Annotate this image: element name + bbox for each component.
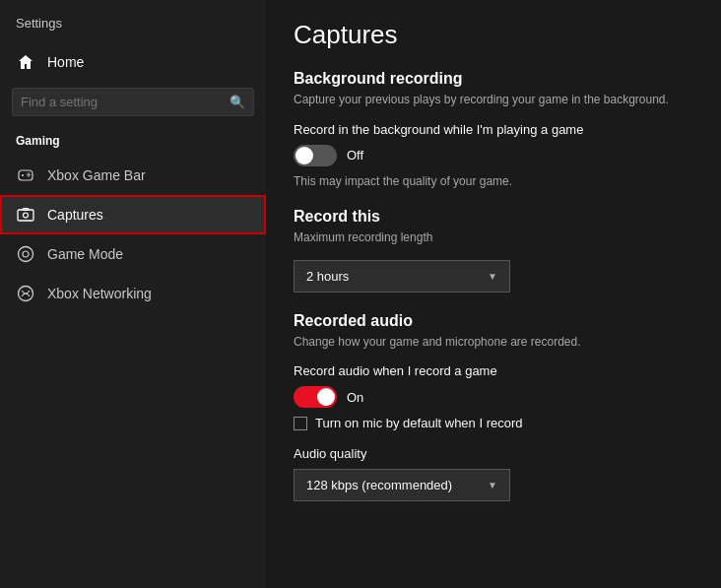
gamepad-icon	[16, 165, 35, 185]
svg-point-9	[24, 213, 29, 218]
xbox-networking-label: Xbox Networking	[47, 286, 152, 301]
home-label: Home	[47, 54, 84, 70]
recorded-audio-desc: Change how your game and microphone are …	[294, 334, 693, 351]
sidebar-item-captures[interactable]: Captures	[0, 195, 266, 234]
main-content: Captures Background recording Capture yo…	[266, 0, 721, 588]
background-recording-desc: Capture your previous plays by recording…	[294, 92, 693, 108]
recording-length-value: 2 hours	[306, 269, 349, 284]
search-box[interactable]: 🔍	[12, 88, 254, 116]
record-audio-toggle-thumb	[317, 388, 335, 406]
svg-point-3	[27, 174, 29, 176]
xbox-game-bar-label: Xbox Game Bar	[47, 167, 146, 183]
gaming-section-label: Gaming	[0, 130, 266, 156]
search-icon: 🔍	[229, 95, 245, 109]
background-recording-title: Background recording	[294, 70, 693, 88]
audio-quality-dropdown[interactable]: 128 kbps (recommended) ▼	[294, 469, 510, 501]
search-input[interactable]	[21, 95, 224, 109]
svg-point-5	[28, 172, 30, 174]
sidebar-item-xbox-game-bar[interactable]: Xbox Game Bar	[0, 156, 266, 195]
chevron-down-icon: ▼	[488, 271, 497, 282]
svg-point-10	[19, 247, 33, 262]
background-recording-toggle-row: Off	[294, 145, 693, 166]
sidebar-item-game-mode[interactable]: Game Mode	[0, 234, 266, 274]
home-icon	[16, 52, 35, 72]
svg-point-6	[28, 175, 30, 177]
mic-checkbox[interactable]	[294, 417, 307, 430]
audio-quality-value: 128 kbps (recommended)	[306, 478, 452, 492]
record-this-title: Record this	[294, 208, 693, 226]
gamemode-icon	[16, 244, 35, 264]
sidebar-item-home[interactable]: Home	[0, 42, 266, 82]
page-title: Captures	[294, 20, 693, 50]
captures-label: Captures	[47, 207, 103, 223]
sidebar: Settings Home 🔍 Gaming Xbox Game Bar	[0, 0, 266, 588]
game-mode-label: Game Mode	[47, 246, 123, 262]
xbox-icon	[16, 284, 35, 303]
background-recording-toggle-label: Off	[347, 148, 363, 163]
recording-length-dropdown[interactable]: 2 hours ▼	[294, 260, 510, 293]
background-recording-setting-label: Record in the background while I'm playi…	[294, 122, 693, 137]
impact-note: This may impact the quality of your game…	[294, 174, 693, 188]
max-recording-label: Maximum recording length	[294, 229, 693, 246]
record-audio-toggle-label: On	[347, 390, 363, 405]
recorded-audio-title: Recorded audio	[294, 312, 693, 330]
mic-checkbox-row: Turn on mic by default when I record	[294, 416, 693, 430]
sidebar-item-xbox-networking[interactable]: Xbox Networking	[0, 274, 266, 313]
background-recording-toggle[interactable]	[294, 145, 337, 166]
svg-point-4	[29, 174, 31, 176]
capture-icon	[16, 205, 35, 225]
audio-quality-label: Audio quality	[294, 446, 693, 461]
settings-title: Settings	[0, 8, 266, 42]
record-audio-toggle[interactable]	[294, 386, 337, 408]
record-audio-toggle-row: On	[294, 386, 693, 408]
svg-point-11	[23, 251, 29, 257]
toggle-thumb	[295, 147, 313, 164]
mic-checkbox-label: Turn on mic by default when I record	[315, 416, 523, 430]
record-audio-label: Record audio when I record a game	[294, 363, 693, 378]
audio-chevron-down-icon: ▼	[488, 480, 497, 490]
svg-rect-0	[19, 170, 33, 180]
svg-rect-7	[18, 210, 33, 221]
